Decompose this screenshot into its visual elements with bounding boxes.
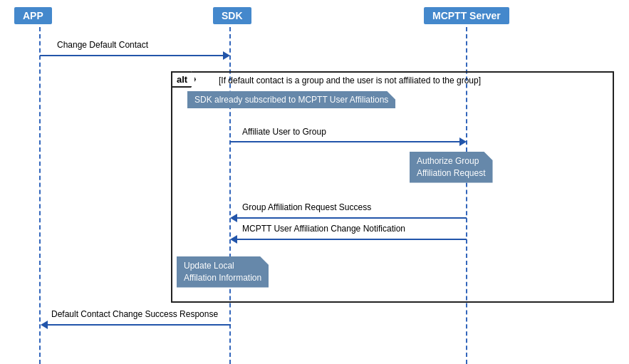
arrowhead-right xyxy=(223,51,230,60)
arrow-change-default-contact xyxy=(40,51,230,60)
lifeline-app xyxy=(39,27,41,364)
lifeline-header-sdk: SDK xyxy=(213,7,251,24)
arrow-mcptt-notification xyxy=(230,235,467,244)
arrowhead-left xyxy=(230,214,237,222)
arrowhead-left xyxy=(41,321,48,329)
arrow-label-change-default: Change Default Contact xyxy=(57,40,148,50)
note-sdk-subscribed: SDK already subscribed to MCPTT User Aff… xyxy=(187,91,395,108)
arrow-label-response: Default Contact Change Success Response xyxy=(51,309,218,319)
arrow-label-notification: MCPTT User Affiliation Change Notificati… xyxy=(242,224,405,234)
arrowhead-left xyxy=(230,235,237,244)
arrow-affiliate-user xyxy=(230,137,467,146)
alt-tag: alt xyxy=(171,71,196,88)
arrow-label-success: Group Affiliation Request Success xyxy=(242,202,371,212)
note-authorize-group: Authorize GroupAffiliation Request xyxy=(410,152,493,183)
arrow-default-contact-response xyxy=(41,321,231,329)
arrowhead-right xyxy=(459,137,467,146)
arrow-group-affiliation-success xyxy=(230,214,467,222)
lifeline-header-mcptt: MCPTT Server xyxy=(424,7,509,24)
alt-condition: [If default contact is a group and the u… xyxy=(219,76,481,85)
arrow-label-affiliate: Affiliate User to Group xyxy=(242,127,326,137)
sequence-diagram: APP SDK MCPTT Server Change Default Cont… xyxy=(0,0,629,364)
note-update-local: Update LocalAffilation Information xyxy=(177,256,269,288)
lifeline-header-app: APP xyxy=(14,7,52,24)
